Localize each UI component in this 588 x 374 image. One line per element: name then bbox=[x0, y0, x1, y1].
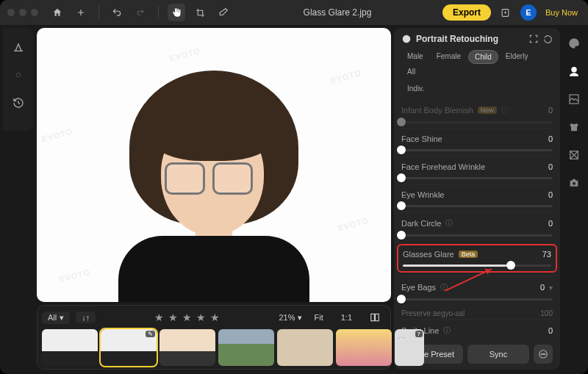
info-icon[interactable]: ⓘ bbox=[440, 282, 448, 292]
param-label: Face Shine bbox=[401, 134, 442, 143]
export-button[interactable]: Export bbox=[442, 4, 491, 21]
filmstrip-filter[interactable]: All ▾ bbox=[42, 312, 70, 324]
avatar[interactable]: E bbox=[520, 4, 537, 21]
slider[interactable] bbox=[401, 121, 553, 123]
svg-point-6 bbox=[542, 353, 543, 354]
traffic-max[interactable] bbox=[31, 9, 38, 16]
right-panel: Portrait Retouching MaleFemaleChildElder… bbox=[394, 28, 560, 370]
face-icon bbox=[401, 34, 412, 44]
buy-now-button[interactable]: Buy Now bbox=[542, 7, 581, 18]
svg-rect-3 bbox=[376, 314, 379, 320]
indiv-button[interactable]: Indiv. bbox=[401, 82, 430, 95]
slider[interactable] bbox=[401, 149, 553, 151]
param-label: Glasses Glare bbox=[403, 250, 454, 259]
camera-icon[interactable] bbox=[566, 175, 582, 191]
star-icon[interactable]: ★ bbox=[168, 312, 178, 323]
slider[interactable] bbox=[401, 205, 553, 207]
tag-badge: New bbox=[478, 107, 497, 114]
face-detect-icon[interactable] bbox=[528, 34, 539, 44]
add-icon[interactable] bbox=[72, 4, 90, 21]
info-icon[interactable]: ⓘ bbox=[501, 105, 509, 115]
slider[interactable] bbox=[403, 265, 551, 267]
segment-child[interactable]: Child bbox=[468, 50, 498, 64]
slider-knob[interactable] bbox=[397, 145, 406, 154]
thumbnail[interactable] bbox=[336, 329, 392, 366]
param-value: 0 bbox=[540, 283, 545, 292]
filmstrip: All ▾ ↓↑ ★ ★ ★ ★ ★ 21% ▾ Fit 1:1 bbox=[37, 305, 391, 370]
panel-title: Portrait Retouching bbox=[416, 34, 498, 44]
traffic-close[interactable] bbox=[7, 9, 15, 16]
reset-icon[interactable] bbox=[543, 35, 553, 44]
slider-knob[interactable] bbox=[397, 295, 406, 303]
thumbnail[interactable] bbox=[218, 329, 274, 366]
info-icon[interactable]: ⓘ bbox=[445, 218, 453, 229]
star-icon[interactable]: ★ bbox=[196, 312, 206, 323]
thumbnail[interactable] bbox=[277, 329, 333, 366]
background-icon[interactable] bbox=[566, 91, 582, 107]
param-dark-circle: Dark Circleⓘ0 bbox=[401, 212, 553, 241]
filename-label: Glass Glare 2.jpg bbox=[238, 7, 437, 18]
portrait-category-icon[interactable] bbox=[566, 63, 582, 79]
slider-knob[interactable] bbox=[506, 261, 515, 270]
layout-toggle-icon[interactable] bbox=[364, 311, 386, 324]
eraser-tool-icon[interactable] bbox=[215, 4, 232, 21]
segment-elderly[interactable]: Elderly bbox=[500, 50, 534, 64]
slider[interactable] bbox=[401, 298, 553, 301]
svg-point-9 bbox=[571, 67, 577, 73]
param-eye-wrinkle: Eye Wrinkle0 bbox=[401, 184, 553, 212]
topbar: Glass Glare 2.jpg Export E Buy Now bbox=[0, 0, 588, 25]
thumbnail[interactable]: ✎ bbox=[101, 329, 157, 366]
clothing-icon[interactable] bbox=[566, 119, 582, 135]
param-eye-bags: Eye Bagsⓘ0▾ bbox=[401, 276, 553, 305]
svg-point-1 bbox=[16, 73, 20, 76]
param-label: Eye Bags bbox=[401, 283, 436, 292]
traffic-min[interactable] bbox=[19, 9, 26, 16]
info-icon[interactable]: ⓘ bbox=[443, 326, 451, 336]
history-icon[interactable] bbox=[8, 93, 29, 113]
slider[interactable] bbox=[401, 234, 553, 237]
chevron-down-icon[interactable]: ▾ bbox=[549, 284, 553, 292]
slider-knob[interactable] bbox=[397, 173, 406, 182]
sync-button[interactable]: Sync bbox=[467, 345, 529, 364]
redo-icon[interactable] bbox=[132, 4, 149, 21]
crop-category-icon[interactable] bbox=[566, 147, 582, 163]
rating-stars[interactable]: ★ ★ ★ ★ ★ bbox=[101, 312, 273, 323]
palette-icon[interactable] bbox=[566, 35, 582, 51]
edit-badge-icon: ✎ bbox=[146, 331, 155, 337]
thumbnail[interactable] bbox=[159, 329, 215, 366]
slider[interactable] bbox=[401, 177, 553, 179]
slider-knob[interactable] bbox=[397, 118, 406, 126]
sub-param-preserve-aegyo-sal: Preserve aegyo-sal100 bbox=[401, 305, 553, 319]
zoom-dropdown[interactable]: 21% ▾ bbox=[279, 313, 302, 323]
fit-button[interactable]: Fit bbox=[308, 312, 329, 323]
segment-all[interactable]: All bbox=[401, 65, 421, 78]
undo-icon[interactable] bbox=[108, 4, 126, 21]
crop-tool-icon[interactable] bbox=[191, 4, 209, 21]
param-value: 73 bbox=[542, 250, 551, 259]
thumbnail[interactable] bbox=[42, 329, 98, 366]
segment-male[interactable]: Male bbox=[401, 50, 429, 64]
hand-tool-icon[interactable] bbox=[168, 4, 185, 21]
thumbnail[interactable]: 7 bbox=[395, 329, 424, 366]
home-icon[interactable] bbox=[49, 4, 66, 21]
star-icon[interactable]: ★ bbox=[210, 312, 220, 323]
more-options-icon[interactable] bbox=[534, 345, 553, 364]
svg-point-7 bbox=[541, 353, 542, 354]
ratio-button[interactable]: 1:1 bbox=[335, 312, 358, 323]
canvas[interactable]: EVOTO EVOTO EVOTO EVOTO EVOTO bbox=[37, 28, 391, 302]
chevron-down-icon: ▾ bbox=[298, 313, 302, 323]
filmstrip-sort[interactable]: ↓↑ bbox=[76, 312, 96, 323]
segment-female[interactable]: Female bbox=[431, 50, 467, 64]
param-glasses-glare: Glasses GlareBeta73 bbox=[397, 244, 557, 273]
left-toolbar bbox=[3, 28, 34, 131]
slider-knob[interactable] bbox=[397, 231, 406, 240]
star-icon[interactable]: ★ bbox=[154, 312, 164, 323]
export-settings-icon[interactable] bbox=[497, 4, 514, 21]
star-icon[interactable]: ★ bbox=[182, 312, 192, 323]
param-infant-body-blemish: Infant Body BlemishNewⓘ0 bbox=[401, 99, 553, 128]
histogram-icon[interactable] bbox=[8, 37, 29, 57]
svg-point-12 bbox=[573, 182, 576, 185]
slider-knob[interactable] bbox=[397, 201, 406, 210]
compare-icon[interactable] bbox=[8, 65, 29, 85]
param-label: Face Forehead Wrinkle bbox=[401, 162, 485, 171]
